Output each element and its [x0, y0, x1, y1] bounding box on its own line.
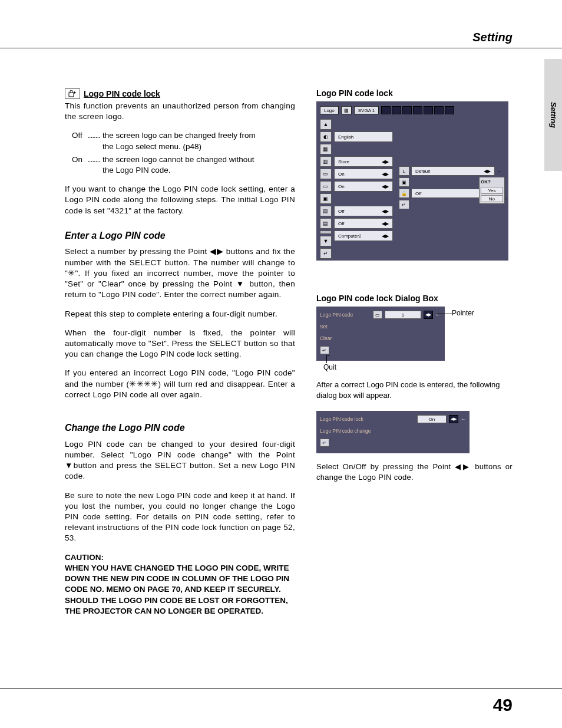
arrows-icon: ◀▶	[382, 221, 389, 226]
confirm-q: OK?	[481, 179, 503, 186]
lock-icon	[65, 88, 80, 99]
osd-item-icon: ▤	[320, 206, 332, 216]
dlg-value: 1	[385, 311, 421, 319]
side-tab-label: Setting	[549, 102, 558, 128]
osd-left-icons: ▲ ◐ ▦ ▥ ▭ ▭ ▣ ▤ ▤ ▼ ↵	[320, 119, 332, 259]
sub-icon: L	[399, 166, 409, 176]
sub-default: Default◀▶	[411, 166, 495, 176]
arrows-icon: ◀▶	[382, 233, 389, 239]
right-column: Logo PIN code lock Logo ▦ SVGA 1 ▲ ◐	[316, 88, 513, 617]
option-on: On ........ the screen logo cannot be ch…	[72, 154, 295, 176]
osd-item-icon: ▦	[320, 144, 332, 154]
dlg-wrapper: Logo PIN code ▭ 1 ◀▶ ← Set Clear ↵ Point…	[316, 307, 513, 371]
osd-item-icon: ▥	[320, 156, 332, 167]
osd-top-icon	[434, 106, 444, 114]
pointer-icon: ←	[497, 168, 503, 174]
heading-enter-pin: Enter a Logo PIN code	[65, 229, 295, 242]
dialog-figure: Logo PIN code ▭ 1 ◀▶ ← Set Clear ↵	[316, 307, 445, 361]
dlg2-row2-label: Logo PIN code change	[320, 428, 466, 434]
osd-figure: Logo ▦ SVGA 1 ▲ ◐ ▦ ▥ ▭ ▭	[316, 101, 508, 261]
fig2-title: Logo PIN code lock Dialog Box	[316, 294, 513, 303]
osd-up-icon: ▲	[320, 119, 332, 130]
opt-off-desc: the screen logo can be changed freely fr…	[103, 130, 295, 151]
intro-para: This function prevents an unauthorized p…	[65, 101, 295, 122]
fig1-title: Logo PIN code lock	[316, 88, 513, 98]
p1a: Select a number by pressing the Point ◀▶…	[65, 246, 295, 300]
quit-label: Quit	[323, 363, 513, 371]
lock-title: Logo PIN code lock	[84, 88, 160, 100]
pointer-label: Pointer	[452, 309, 474, 317]
confirm-yes: Yes	[481, 187, 503, 194]
option-list: Off ........ the screen logo can be chan…	[72, 130, 295, 176]
opt-off-key: Off	[72, 130, 87, 151]
arrows-icon: ◀▶	[449, 415, 458, 423]
pointer-icon: ←	[504, 196, 510, 202]
osd-top-icon	[381, 106, 391, 114]
dlg-quit-icon: ↵	[320, 346, 329, 354]
lock-title-row: Logo PIN code lock	[65, 88, 295, 100]
opt-on-desc: the screen logo cannot be changed withou…	[103, 154, 295, 176]
header-title: Setting	[472, 31, 513, 44]
osd-down-icon: ▼	[320, 236, 332, 246]
left-column: Logo PIN code lock This function prevent…	[65, 88, 295, 617]
dialog2-figure: Logo PIN code lock On ◀▶ ← Logo PIN code…	[316, 411, 470, 453]
osd-row: On◀▶	[334, 169, 393, 179]
confirm-box: OK? Yes No←	[479, 177, 505, 204]
osd-row: Off◀▶	[334, 206, 393, 216]
caution-text: WHEN YOU HAVE CHANGED THE LOGO PIN CODE,…	[65, 563, 295, 617]
p1d: If you entered an incorrect Logo PIN cod…	[65, 368, 295, 400]
confirm-no: No←	[481, 195, 503, 202]
page-number: 49	[493, 695, 513, 715]
osd-item-icon: ▣	[320, 193, 332, 204]
osd-row: Off◀▶	[334, 218, 393, 229]
opt-dots: ........	[87, 130, 103, 151]
opt-on-key: On	[72, 154, 87, 176]
p1c: When the four-digit number is fixed, the…	[65, 328, 295, 360]
content: Logo PIN code lock This function prevent…	[65, 88, 513, 617]
dlg-clear: Clear	[320, 335, 371, 341]
osd-row: Computer2◀▶	[334, 230, 393, 241]
sub-icon: ▣	[399, 177, 409, 187]
osd-quit-icon: ↵	[320, 248, 332, 259]
arrows-icon: ◀▶	[382, 184, 389, 189]
arrows-icon: ◀▶	[382, 159, 389, 164]
osd-mode-chip: SVGA 1	[354, 106, 379, 114]
page-header: Setting	[0, 31, 562, 48]
osd-item-icon: ◐	[320, 131, 332, 142]
arrows-icon: ◀▶	[484, 169, 491, 174]
side-tab: Setting	[544, 59, 562, 171]
pointer-icon: ←	[435, 312, 441, 318]
pointer-icon: ←	[461, 416, 466, 422]
dlg2-row1-val: On	[417, 415, 447, 423]
arrows-icon: ◀▶	[424, 311, 433, 319]
osd-top-icons	[381, 106, 454, 114]
osd-row: Store◀▶	[334, 156, 393, 167]
dialog2-instr: Select On/Off by pressing the Point ◀▶ b…	[316, 462, 513, 482]
dlg-icon: ▭	[373, 311, 382, 319]
p2a: Logo PIN code can be changed to your des…	[65, 439, 295, 482]
sub-quit-icon: ↵	[399, 200, 409, 209]
arrows-icon: ◀▶	[382, 209, 389, 214]
p2b: Be sure to note the new Logo PIN code an…	[65, 490, 295, 544]
osd-top-icon	[424, 106, 433, 114]
osd-row: On◀▶	[334, 181, 393, 192]
osd-sep	[320, 230, 332, 234]
osd-top-icon	[392, 106, 401, 114]
after-options-para: If you want to change the Logo PIN code …	[65, 184, 295, 216]
caution-label: CAUTION:	[65, 552, 295, 563]
option-off: Off ........ the screen logo can be chan…	[72, 130, 295, 151]
dlg-set: Set	[320, 324, 371, 330]
osd-row: English	[334, 131, 393, 142]
osd-logo-chip: Logo	[320, 106, 339, 114]
dlg-label: Logo PIN code	[320, 312, 371, 318]
svg-rect-0	[69, 93, 74, 97]
osd-icon-chip: ▦	[341, 106, 352, 114]
dlg2-row1-label: Logo PIN code lock	[320, 416, 415, 422]
heading-change-pin: Change the Logo PIN code	[65, 421, 295, 434]
arrows-icon: ◀▶	[382, 172, 389, 177]
osd-item-icon: ▭	[320, 169, 332, 179]
footer-rule	[0, 689, 562, 689]
osd-value-rows: English Store◀▶ On◀▶ On◀▶ Off◀▶ Off◀▶ Co…	[334, 119, 393, 241]
osd-top-bar: Logo ▦ SVGA 1	[320, 105, 505, 116]
osd-top-icon	[402, 106, 412, 114]
